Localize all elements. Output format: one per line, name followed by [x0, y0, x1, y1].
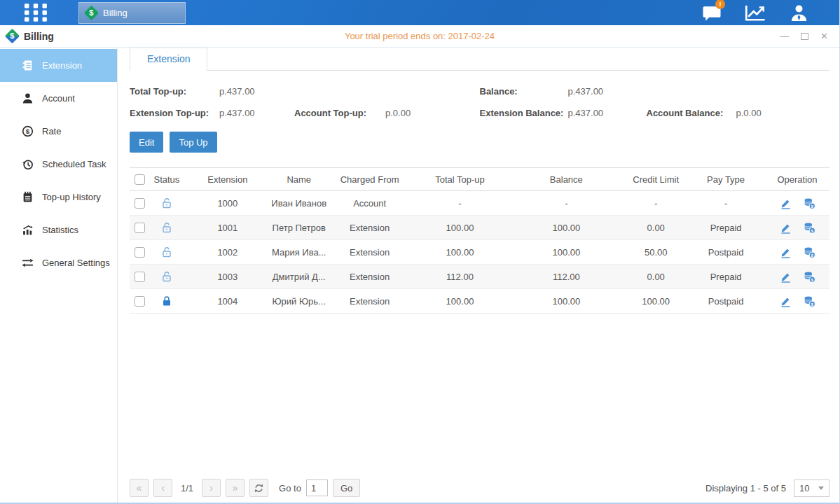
svg-text:$: $ — [811, 252, 813, 257]
app-launcher-grid-icon[interactable] — [25, 4, 48, 22]
billing-window-icon: $ — [5, 29, 20, 43]
row-checkbox[interactable] — [135, 296, 145, 307]
sidebar-item-general-settings[interactable]: General Settings — [0, 246, 117, 279]
edit-row-icon[interactable] — [780, 271, 792, 283]
billing-app-window: $ Billing ! — [0, 0, 840, 504]
desktop-topbar: $ Billing ! — [0, 0, 839, 25]
sidebar-item-label: Rate — [42, 126, 61, 136]
chevron-down-icon — [818, 486, 824, 490]
col-credit-limit: Credit Limit — [625, 168, 687, 191]
row-checkbox[interactable] — [135, 272, 145, 282]
trial-notice: Your trial period ends on: 2017-02-24 — [0, 31, 839, 41]
edit-row-icon[interactable] — [780, 246, 792, 258]
pagination-bar: « ‹ 1/1 › » Go to Go Displaying — [130, 479, 829, 497]
lock-open-icon[interactable] — [161, 271, 172, 282]
top-up-button[interactable]: Top Up — [170, 132, 216, 153]
refresh-icon — [254, 483, 264, 493]
svg-text:$: $ — [26, 127, 30, 135]
lock-open-icon[interactable] — [161, 246, 172, 258]
edit-row-icon[interactable] — [780, 197, 792, 209]
table-row: 1002 Мария Ива... Extension 100.00 100.0… — [130, 240, 829, 265]
col-extension: Extension — [184, 168, 271, 191]
table-row: 1004 Юрий Юрь... Extension 100.00 100.00… — [130, 289, 829, 314]
prev-page-button[interactable]: ‹ — [153, 479, 172, 497]
goto-page-input[interactable] — [306, 479, 328, 496]
svg-text:$: $ — [811, 276, 813, 281]
notifications-icon[interactable]: ! — [701, 3, 723, 22]
sidebar: Extension Account $ Rate — [0, 48, 118, 503]
top-up-row-icon[interactable]: $ — [804, 246, 815, 258]
goto-label: Go to — [279, 483, 301, 493]
sidebar-item-account[interactable]: Account — [0, 82, 117, 115]
lock-closed-icon[interactable] — [161, 295, 172, 307]
sidebar-item-rate[interactable]: $ Rate — [0, 115, 117, 148]
scheduled-task-clock-icon — [22, 158, 34, 170]
window-title: Billing — [24, 31, 54, 42]
tabstrip: Extension — [130, 48, 829, 71]
tab-extension[interactable]: Extension — [130, 48, 207, 71]
edit-row-icon[interactable] — [780, 222, 792, 234]
col-operation: Operation — [765, 168, 829, 191]
row-checkbox[interactable] — [135, 198, 145, 209]
col-total-topup: Total Top-up — [413, 168, 508, 191]
balance-label: Balance: — [480, 86, 568, 97]
row-checkbox[interactable] — [135, 223, 145, 233]
top-up-row-icon[interactable]: $ — [804, 222, 815, 234]
last-page-button[interactable]: » — [226, 479, 245, 497]
extension-topup-label: Extension Top-up: — [130, 108, 219, 118]
page-size-value: 10 — [799, 483, 809, 493]
sidebar-item-label: Top-up History — [42, 192, 101, 202]
page-size-select[interactable]: 10 — [794, 479, 829, 497]
displaying-info: Displaying 1 - 5 of 5 — [705, 483, 786, 493]
col-status: Status — [149, 168, 184, 191]
lock-open-icon[interactable] — [161, 222, 172, 233]
col-charged-from: Charged From — [327, 168, 413, 191]
edit-row-icon[interactable] — [780, 295, 792, 307]
refresh-button[interactable] — [249, 479, 268, 497]
topbar-status-icons: ! — [701, 3, 810, 22]
top-up-row-icon[interactable]: $ — [804, 271, 815, 283]
sidebar-item-label: Extension — [42, 60, 82, 71]
col-name: Name — [271, 168, 327, 191]
maximize-button[interactable] — [801, 33, 808, 40]
extension-balance-value: p.437.00 — [568, 108, 647, 118]
notification-badge: ! — [715, 0, 725, 9]
col-pay-type: Pay Type — [687, 168, 765, 191]
user-account-icon[interactable] — [787, 3, 810, 22]
minimize-button[interactable]: — — [780, 31, 789, 41]
account-topup-label: Account Top-up: — [294, 108, 385, 118]
close-button[interactable]: ✕ — [820, 31, 828, 41]
table-row: 1000 Иван Иванов Account - - - - $ — [130, 191, 829, 216]
row-checkbox[interactable] — [135, 247, 145, 258]
sidebar-item-scheduled-task[interactable]: Scheduled Task — [0, 148, 117, 181]
sidebar-item-extension[interactable]: Extension — [0, 49, 117, 82]
lock-open-icon[interactable] — [161, 197, 172, 209]
resource-monitor-icon[interactable] — [744, 3, 766, 22]
col-balance: Balance — [507, 168, 625, 191]
account-person-icon — [22, 92, 34, 104]
rate-coin-icon: $ — [22, 125, 34, 137]
edit-button[interactable]: Edit — [130, 132, 163, 153]
statistics-chart-icon — [22, 224, 34, 236]
billing-app-icon: $ — [84, 5, 99, 20]
top-up-row-icon[interactable]: $ — [804, 295, 815, 307]
window-titlebar: $ Billing Your trial period ends on: 201… — [0, 25, 839, 48]
sidebar-item-topup-history[interactable]: Top-up History — [0, 181, 117, 214]
table-header-row: Status Extension Name Charged From Total… — [130, 168, 829, 191]
sidebar-item-label: Statistics — [42, 225, 78, 235]
sidebar-item-statistics[interactable]: Statistics — [0, 214, 117, 246]
page-indicator: 1/1 — [181, 483, 193, 493]
next-page-button[interactable]: › — [202, 479, 221, 497]
sidebar-item-label: Account — [42, 93, 75, 104]
first-page-button[interactable]: « — [130, 479, 149, 497]
extension-table: Status Extension Name Charged From Total… — [130, 167, 829, 314]
go-button[interactable]: Go — [333, 479, 360, 497]
svg-text:$: $ — [811, 203, 813, 208]
main-content: Extension Total Top-up: p.437.00 Extensi… — [118, 48, 839, 503]
select-all-checkbox[interactable] — [135, 174, 145, 185]
extension-topup-value: p.437.00 — [219, 108, 294, 118]
action-buttons: Edit Top Up — [130, 132, 829, 153]
top-up-row-icon[interactable]: $ — [804, 197, 815, 209]
taskbar-tab-billing[interactable]: $ Billing — [78, 2, 186, 24]
table-row: 1003 Дмитрий Д... Extension 112.00 112.0… — [130, 265, 829, 289]
